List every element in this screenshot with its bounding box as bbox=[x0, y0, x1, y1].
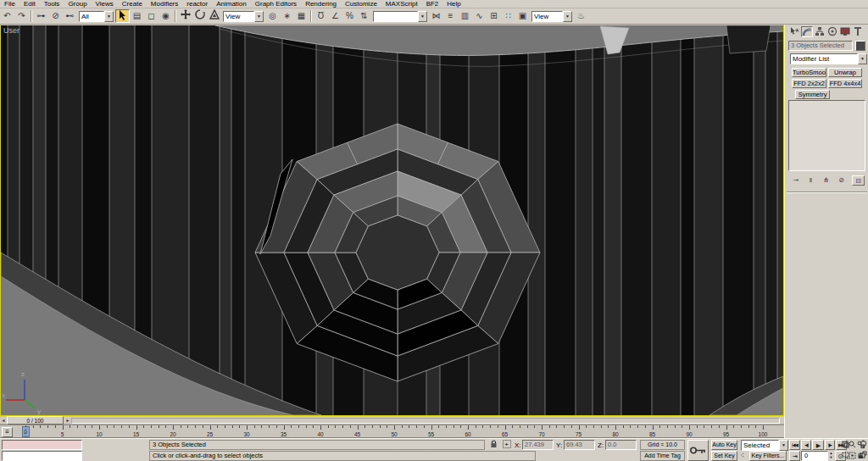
show-end-result-icon[interactable]: ‖ bbox=[804, 175, 817, 186]
time-slider-left-arrow[interactable]: ◂ bbox=[0, 417, 7, 425]
curve-editor-icon[interactable]: ∿ bbox=[472, 9, 487, 23]
modifier-list-combo[interactable]: Modifier List ▼ bbox=[790, 53, 867, 64]
object-color-swatch[interactable] bbox=[855, 41, 865, 51]
modifier-button-turbosmooth[interactable]: TurboSmooth bbox=[792, 68, 826, 77]
reference-coordinate-combo[interactable]: View ▼ bbox=[223, 11, 264, 22]
modifier-stack-list[interactable] bbox=[788, 100, 865, 171]
min-max-toggle-button[interactable] bbox=[860, 450, 867, 460]
percent-snap-icon[interactable]: % bbox=[342, 9, 357, 23]
zoom-extents-selected-button[interactable] bbox=[842, 440, 849, 450]
absolute-offset-toggle[interactable]: + bbox=[501, 440, 512, 450]
select-object-button[interactable] bbox=[115, 9, 130, 23]
time-slider-right-arrow[interactable]: ▸ bbox=[64, 417, 71, 425]
render-type-combo[interactable]: View ▼ bbox=[531, 11, 572, 22]
menu-item-animation[interactable]: Animation bbox=[212, 0, 251, 8]
track-bar[interactable]: ≡ 05101520253035404550556065707580859095… bbox=[0, 425, 784, 438]
spinner-down-icon[interactable]: ▾ bbox=[830, 455, 832, 459]
x-coord-field[interactable]: 27.439 bbox=[522, 440, 554, 450]
time-slider-track[interactable] bbox=[71, 418, 780, 424]
tab-hierarchy[interactable] bbox=[814, 26, 826, 37]
snap-toggle-3d-icon[interactable]: Ʊ bbox=[314, 9, 328, 23]
current-frame-marker[interactable]: 0 bbox=[22, 426, 30, 437]
menu-item-group[interactable]: Group bbox=[64, 0, 91, 8]
tab-motion[interactable] bbox=[826, 26, 838, 37]
arc-rotate-button[interactable] bbox=[860, 439, 867, 449]
go-to-start-button[interactable]: |◀◀ bbox=[789, 440, 800, 450]
time-slider-handle[interactable]: 0 / 100 bbox=[7, 416, 64, 425]
chevron-down-icon[interactable]: ▼ bbox=[779, 440, 788, 451]
chevron-down-icon[interactable]: ▼ bbox=[563, 11, 572, 22]
menu-item-modifiers[interactable]: Modifiers bbox=[147, 0, 182, 8]
viewport-label[interactable]: User bbox=[3, 26, 19, 35]
configure-modifier-sets-icon[interactable]: ⊟ bbox=[852, 175, 865, 186]
key-mode-toggle[interactable]: ⇥ bbox=[789, 451, 800, 461]
tab-display[interactable] bbox=[839, 26, 851, 37]
mini-curve-editor-button[interactable]: ≡ bbox=[2, 427, 13, 437]
menu-item-bf2[interactable]: BF2 bbox=[422, 0, 443, 8]
select-by-name-icon[interactable]: ▤ bbox=[130, 9, 144, 23]
frame-spinner[interactable]: ▴▾ bbox=[828, 451, 834, 461]
keyboard-shortcut-override-icon[interactable]: ▦ bbox=[294, 9, 309, 23]
set-key-button[interactable]: Set Key bbox=[711, 451, 737, 461]
chevron-down-icon[interactable]: ▼ bbox=[104, 11, 114, 22]
menu-item-file[interactable]: File bbox=[0, 0, 19, 8]
chevron-down-icon[interactable]: ▼ bbox=[858, 53, 867, 64]
viewport-user[interactable]: x z y bbox=[0, 25, 784, 416]
named-selection-sets-combo[interactable]: ▼ bbox=[373, 11, 427, 22]
render-scene-icon[interactable]: ▣ bbox=[515, 9, 530, 23]
previous-frame-button[interactable]: ◀| bbox=[801, 440, 811, 450]
object-name-field[interactable]: 3 Objects Selected bbox=[788, 41, 853, 51]
menu-item-rendering[interactable]: Rendering bbox=[301, 0, 341, 8]
tab-create[interactable] bbox=[788, 26, 800, 37]
modifier-button-unwrap-uvw[interactable]: Unwrap UVW bbox=[828, 68, 862, 77]
schematic-view-icon[interactable]: ⊞ bbox=[487, 9, 501, 23]
select-and-scale-button[interactable] bbox=[207, 9, 221, 23]
mirror-icon[interactable]: ⋈ bbox=[429, 9, 443, 23]
selection-lock-toggle[interactable] bbox=[488, 440, 499, 450]
select-and-rotate-button[interactable] bbox=[192, 9, 207, 23]
menu-item-reactor[interactable]: reactor bbox=[182, 0, 212, 8]
menu-item-edit[interactable]: Edit bbox=[19, 0, 40, 8]
play-button[interactable]: ▶ bbox=[812, 440, 824, 450]
current-frame-field[interactable]: 0 bbox=[801, 451, 828, 461]
set-keys-button[interactable] bbox=[687, 440, 709, 461]
tab-utilities[interactable] bbox=[852, 26, 864, 37]
add-time-tag[interactable]: Add Time Tag bbox=[640, 451, 685, 461]
key-filters-button[interactable]: Key Filters... bbox=[749, 451, 787, 461]
menu-item-help[interactable]: Help bbox=[442, 0, 465, 8]
select-and-link-icon[interactable]: ⊶ bbox=[34, 9, 48, 23]
key-mode-combo[interactable]: Selected ▼ bbox=[741, 440, 788, 451]
window-crossing-toggle-icon[interactable]: ◉ bbox=[159, 9, 173, 23]
pin-stack-icon[interactable]: ⊸ bbox=[789, 175, 802, 186]
make-unique-icon[interactable]: ⋔ bbox=[820, 175, 832, 186]
spinner-snap-icon[interactable]: ⇅ bbox=[357, 9, 371, 23]
select-and-move-button[interactable] bbox=[178, 9, 192, 23]
menu-item-maxscript[interactable]: MAXScript bbox=[381, 0, 422, 8]
chevron-down-icon[interactable]: ▼ bbox=[254, 11, 264, 22]
redo-icon[interactable]: ↷ bbox=[14, 9, 29, 23]
next-frame-button[interactable]: |▶ bbox=[825, 440, 835, 450]
y-coord-field[interactable]: 69.43 bbox=[564, 440, 595, 450]
auto-key-button[interactable]: Auto Key bbox=[711, 440, 737, 450]
undo-icon[interactable]: ↶ bbox=[0, 9, 14, 23]
remove-modifier-icon[interactable]: ⊘ bbox=[835, 175, 848, 186]
material-editor-icon[interactable]: ∷ bbox=[501, 9, 515, 23]
modifier-button-symmetry[interactable]: Symmetry bbox=[795, 90, 830, 99]
rectangular-selection-region-icon[interactable]: ◻ bbox=[144, 9, 159, 23]
layer-manager-icon[interactable]: ▥ bbox=[458, 9, 472, 23]
modifier-button-ffd-4x4x4[interactable]: FFD 4x4x4 bbox=[828, 79, 862, 88]
align-icon[interactable]: ≡ bbox=[443, 9, 458, 23]
maxscript-listener-white[interactable] bbox=[2, 451, 82, 461]
zoom-region-button[interactable] bbox=[842, 451, 849, 461]
menu-item-customize[interactable]: Customize bbox=[341, 0, 381, 8]
select-and-manipulate-icon[interactable]: ∗ bbox=[280, 9, 294, 23]
bind-to-spacewarp-icon[interactable]: ⊷ bbox=[63, 9, 77, 23]
zoom-extents-button[interactable] bbox=[849, 451, 856, 461]
menu-item-tools[interactable]: Tools bbox=[40, 0, 64, 8]
quick-render-icon[interactable]: ♨ bbox=[574, 9, 588, 23]
use-pivot-point-icon[interactable]: ◎ bbox=[265, 9, 280, 23]
angle-snap-icon[interactable]: ∠ bbox=[328, 9, 342, 23]
menu-item-graph-editors[interactable]: Graph Editors bbox=[251, 0, 301, 8]
z-coord-field[interactable]: 0.0 bbox=[605, 440, 637, 450]
tab-modify[interactable] bbox=[801, 26, 813, 37]
